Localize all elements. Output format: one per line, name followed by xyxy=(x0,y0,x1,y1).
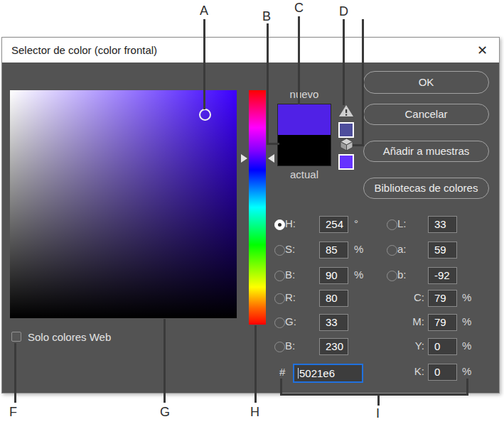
new-color-swatch xyxy=(278,104,331,135)
radio-g[interactable] xyxy=(274,317,285,328)
k-unit: % xyxy=(462,365,471,377)
color-preview xyxy=(277,104,331,166)
cancel-button[interactable]: Cancelar xyxy=(363,104,489,125)
annotation-letter-i: I xyxy=(376,406,380,421)
annotation-line-f xyxy=(14,343,16,403)
h-input[interactable]: 254 xyxy=(319,216,348,233)
annotation-line-h xyxy=(254,325,257,403)
in-gamut-color-swatch[interactable] xyxy=(338,122,354,138)
b-lab-input[interactable]: -92 xyxy=(428,267,457,284)
web-colors-only-label: Solo colores Web xyxy=(28,331,111,343)
radio-s[interactable] xyxy=(274,245,285,256)
m-input[interactable]: 79 xyxy=(428,314,457,331)
k-label: K: xyxy=(407,365,424,377)
hex-prefix: # xyxy=(279,366,285,378)
radio-h[interactable] xyxy=(274,219,285,230)
annotation-letter-c: C xyxy=(294,1,304,16)
b-brightness-label: B: xyxy=(285,268,295,281)
b-brightness-unit: % xyxy=(354,268,363,281)
k-input[interactable]: 0 xyxy=(428,364,457,381)
current-color-label: actual xyxy=(277,168,331,180)
c-label: C: xyxy=(407,291,424,303)
annotation-letter-f: F xyxy=(9,405,17,420)
annotation-line-b xyxy=(267,23,269,145)
radio-b-brightness[interactable] xyxy=(274,271,285,281)
m-label: M: xyxy=(407,315,424,327)
b-brightness-input[interactable]: 90 xyxy=(319,267,348,284)
annotation-line-g xyxy=(163,319,166,403)
saturation-brightness-field[interactable] xyxy=(10,90,237,318)
color-libraries-button[interactable]: Bibliotecas de colores xyxy=(363,178,489,199)
h-label: H: xyxy=(285,217,296,229)
ok-button[interactable]: OK xyxy=(363,71,489,94)
gamut-warning-icon[interactable] xyxy=(338,104,354,120)
annotation-line-e xyxy=(362,19,364,146)
annotation-line-i-right xyxy=(466,379,468,395)
web-safe-color-swatch[interactable] xyxy=(338,154,354,170)
close-icon[interactable]: ✕ xyxy=(477,43,488,58)
hex-input[interactable]: 5021e6 xyxy=(293,364,363,383)
dialog-titlebar[interactable]: Selector de color (color frontal) ✕ xyxy=(1,37,500,63)
r-label: R: xyxy=(285,291,296,303)
m-unit: % xyxy=(462,315,471,327)
a-label: a: xyxy=(397,243,407,255)
dialog-title: Selector de color (color frontal) xyxy=(11,44,157,56)
radio-a[interactable] xyxy=(387,245,397,256)
y-unit: % xyxy=(462,340,471,352)
annotation-line-i-mid xyxy=(377,394,380,406)
r-input[interactable]: 80 xyxy=(319,290,348,307)
new-color-label: nuevo xyxy=(277,88,331,100)
s-label: S: xyxy=(285,243,295,255)
annotation-letter-g: G xyxy=(160,405,170,420)
add-to-swatches-button[interactable]: Añadir a muestras xyxy=(363,141,489,162)
annotation-letter-b: B xyxy=(262,9,271,24)
b-rgb-input[interactable]: 230 xyxy=(319,338,348,355)
annotation-line-i-left xyxy=(280,379,282,395)
l-input[interactable]: 33 xyxy=(428,216,457,233)
c-unit: % xyxy=(462,291,471,303)
annotation-letter-h: H xyxy=(250,405,259,420)
web-safe-cube-icon[interactable] xyxy=(339,138,354,154)
annotation-line-c xyxy=(298,16,300,104)
color-field-marker[interactable] xyxy=(199,109,211,121)
hue-slider-left-handle-icon[interactable] xyxy=(241,154,247,163)
annotation-line-a xyxy=(203,19,205,109)
annotation-letter-a: A xyxy=(200,4,208,18)
annotation-line-b-horizontal xyxy=(267,143,279,145)
radio-r[interactable] xyxy=(274,293,285,304)
s-unit: % xyxy=(354,243,363,255)
radio-b-rgb[interactable] xyxy=(274,342,285,352)
hue-slider[interactable] xyxy=(249,90,266,325)
b-rgb-label: B: xyxy=(285,340,295,352)
a-input[interactable]: 59 xyxy=(428,241,457,259)
annotation-line-d xyxy=(343,19,345,105)
current-color-swatch[interactable] xyxy=(278,135,331,165)
l-label: L: xyxy=(397,217,407,229)
annotation-letter-d: D xyxy=(339,4,348,19)
screenshot-canvas: Selector de color (color frontal) ✕ nuev… xyxy=(0,0,504,429)
h-unit: ° xyxy=(354,217,358,229)
text-caret xyxy=(298,368,299,379)
annotation-line-e-horizontal xyxy=(353,144,364,146)
s-input[interactable]: 85 xyxy=(319,241,348,259)
b-lab-label: b: xyxy=(397,268,407,281)
radio-b-lab[interactable] xyxy=(387,271,397,281)
annotation-line-i-horizontal xyxy=(280,393,468,396)
c-input[interactable]: 79 xyxy=(428,290,457,307)
g-input[interactable]: 33 xyxy=(319,314,348,331)
radio-l[interactable] xyxy=(387,219,397,230)
y-input[interactable]: 0 xyxy=(428,338,457,355)
g-label: G: xyxy=(285,315,296,327)
web-colors-only-checkbox[interactable] xyxy=(11,332,21,342)
hue-slider-right-handle-icon[interactable] xyxy=(268,154,274,163)
y-label: Y: xyxy=(407,340,424,352)
